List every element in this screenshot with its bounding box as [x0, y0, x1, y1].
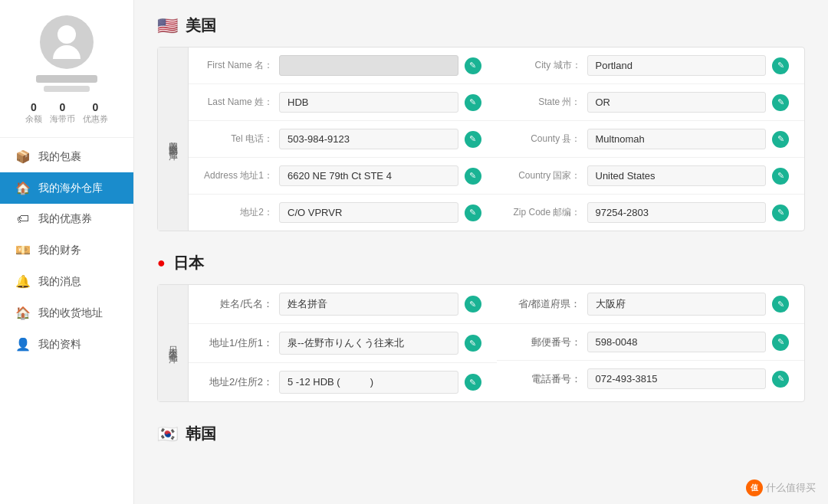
usa-county-edit[interactable]: ✎: [772, 131, 789, 148]
japan-card-body: 姓名/氏名： 姓名拼音 ✎ 地址1/住所1： 泉--佐野市りんくう往来北 ✎ 地…: [189, 285, 804, 401]
stat-balance: 0 余额: [25, 101, 42, 125]
myaddress-icon: 🏠: [15, 306, 31, 320]
japan-name-value: 姓名拼音: [279, 293, 458, 316]
usa-tel-value: 503-984-9123: [279, 129, 458, 149]
japan-section-title: ● 日本: [157, 253, 805, 273]
usa-state-value: OR: [587, 92, 767, 113]
usa-firstname-row: First Name 名： ██████ ✎: [189, 47, 497, 84]
footer-watermark: 值 什么值得买: [746, 479, 816, 496]
main-content: 🇺🇸 美国 美国俄勒冈仓库 First Name 名： ██████ ✎ Las…: [134, 0, 828, 504]
sidebar-item-profile[interactable]: 👤 我的资料: [0, 329, 133, 360]
usa-country-value: United States: [587, 165, 767, 186]
usa-firstname-edit[interactable]: ✎: [465, 57, 481, 74]
usa-address-card: 美国俄勒冈仓库 First Name 名： ██████ ✎ Last Name…: [157, 47, 805, 231]
usa-country-edit[interactable]: ✎: [772, 168, 789, 185]
usa-lastname-row: Last Name 姓： HDB ✎: [189, 84, 497, 121]
japan-fields-left: 姓名/氏名： 姓名拼音 ✎ 地址1/住所1： 泉--佐野市りんくう往来北 ✎ 地…: [189, 285, 497, 401]
japan-prefecture-value: 大阪府: [587, 293, 767, 316]
usa-country-row: Country 国家： United States ✎: [497, 158, 805, 195]
usa-fields-right: City 城市： Portland ✎ State 州： OR ✎ County…: [497, 47, 805, 231]
japan-flag: ●: [157, 255, 166, 271]
japan-phone-row: 電話番号： 072-493-3815 ✎: [497, 361, 805, 397]
user-sub-bar: [44, 86, 90, 92]
sidebar-item-finance[interactable]: 💴 我的财务: [0, 234, 133, 266]
usa-flag: 🇺🇸: [157, 16, 178, 36]
usa-city-edit[interactable]: ✎: [772, 57, 789, 74]
japan-postal-value: 598-0048: [587, 332, 767, 352]
sidebar: 0 余额 0 海带币 0 优惠券 📦 我的包裹 🏠 我的海外仓库 🏷 我的优惠券…: [0, 0, 134, 504]
japan-address1-value: 泉--佐野市りんくう往来北: [279, 332, 458, 355]
watermark-icon: 值: [746, 479, 763, 496]
usa-lastname-edit[interactable]: ✎: [465, 94, 481, 111]
usa-zipcode-edit[interactable]: ✎: [772, 205, 789, 221]
parcels-icon: 📦: [15, 149, 31, 164]
coupons-icon: 🏷: [15, 212, 31, 226]
sidebar-item-parcels[interactable]: 📦 我的包裹: [0, 141, 133, 172]
usa-state-row: State 州： OR ✎: [497, 84, 805, 121]
usa-county-row: County 县： Multnomah ✎: [497, 121, 805, 158]
usa-zipcode-row: Zip Code 邮编： 97254-2803 ✎: [497, 195, 805, 231]
usa-city-row: City 城市： Portland ✎: [497, 47, 805, 84]
warehouse-icon: 🏠: [15, 181, 31, 195]
japan-postal-row: 郵便番号： 598-0048 ✎: [497, 324, 805, 361]
user-stats: 0 余额 0 海带币 0 优惠券: [0, 101, 133, 125]
japan-address2-edit[interactable]: ✎: [465, 374, 481, 391]
usa-card-label-col: 美国俄勒冈仓库: [158, 47, 189, 231]
japan-name-row: 姓名/氏名： 姓名拼音 ✎: [189, 285, 497, 324]
username-bar: [36, 75, 97, 83]
japan-address2-row: 地址2/住所2： 5 -12 HDB ( ) ✎: [189, 363, 497, 401]
usa-lastname-value: HDB: [279, 92, 458, 113]
japan-name-edit[interactable]: ✎: [465, 296, 481, 313]
japan-prefecture-row: 省/都道府県： 大阪府 ✎: [497, 285, 805, 324]
messages-icon: 🔔: [15, 274, 31, 289]
sidebar-item-myaddress[interactable]: 🏠 我的收货地址: [0, 297, 133, 329]
sidebar-item-warehouse[interactable]: 🏠 我的海外仓库: [0, 172, 133, 204]
usa-address1-edit[interactable]: ✎: [465, 168, 481, 185]
usa-county-value: Multnomah: [587, 129, 767, 149]
japan-address1-row: 地址1/住所1： 泉--佐野市りんくう往来北 ✎: [189, 324, 497, 363]
japan-address1-edit[interactable]: ✎: [465, 335, 481, 352]
usa-address1-value: 6620 NE 79th Ct STE 4: [279, 165, 458, 186]
usa-city-value: Portland: [587, 55, 767, 76]
usa-address1-row: Address 地址1： 6620 NE 79th Ct STE 4 ✎: [189, 158, 497, 195]
japan-prefecture-edit[interactable]: ✎: [772, 296, 789, 313]
sidebar-item-messages[interactable]: 🔔 我的消息: [0, 266, 133, 297]
usa-state-edit[interactable]: ✎: [772, 94, 789, 111]
usa-section-title: 🇺🇸 美国: [157, 15, 805, 36]
japan-address2-value: 5 -12 HDB ( ): [279, 371, 458, 394]
korea-flag: 🇰🇷: [157, 424, 178, 444]
japan-phone-value: 072-493-3815: [587, 368, 767, 389]
stat-coins: 0 海带币: [50, 101, 75, 125]
japan-postal-edit[interactable]: ✎: [772, 334, 789, 351]
usa-zipcode-value: 97254-2803: [587, 202, 767, 223]
japan-address-card: 日本大阪仓库 姓名/氏名： 姓名拼音 ✎ 地址1/住所1： 泉--佐野市りんくう…: [157, 284, 805, 402]
japan-fields-right: 省/都道府県： 大阪府 ✎ 郵便番号： 598-0048 ✎ 電話番号： 072…: [497, 285, 805, 401]
usa-card-body: First Name 名： ██████ ✎ Last Name 姓： HDB …: [189, 47, 804, 231]
sidebar-divider: [0, 137, 133, 138]
sidebar-item-coupons[interactable]: 🏷 我的优惠券: [0, 204, 133, 234]
usa-fields-left: First Name 名： ██████ ✎ Last Name 姓： HDB …: [189, 47, 497, 231]
avatar: [40, 15, 94, 69]
usa-address2-row: 地址2： C/O VPRVR ✎: [189, 195, 497, 231]
usa-address2-value: C/O VPRVR: [279, 202, 458, 223]
usa-tel-row: Tel 电话： 503-984-9123 ✎: [189, 121, 497, 158]
usa-tel-edit[interactable]: ✎: [465, 131, 481, 148]
finance-icon: 💴: [15, 243, 31, 257]
usa-address2-edit[interactable]: ✎: [465, 205, 481, 221]
profile-icon: 👤: [15, 337, 31, 352]
usa-firstname-value: ██████: [279, 55, 458, 76]
korea-section-title: 🇰🇷 韩国: [157, 424, 805, 444]
stat-coupons: 0 优惠券: [83, 101, 108, 125]
japan-card-label-col: 日本大阪仓库: [158, 285, 189, 401]
japan-phone-edit[interactable]: ✎: [772, 371, 789, 388]
